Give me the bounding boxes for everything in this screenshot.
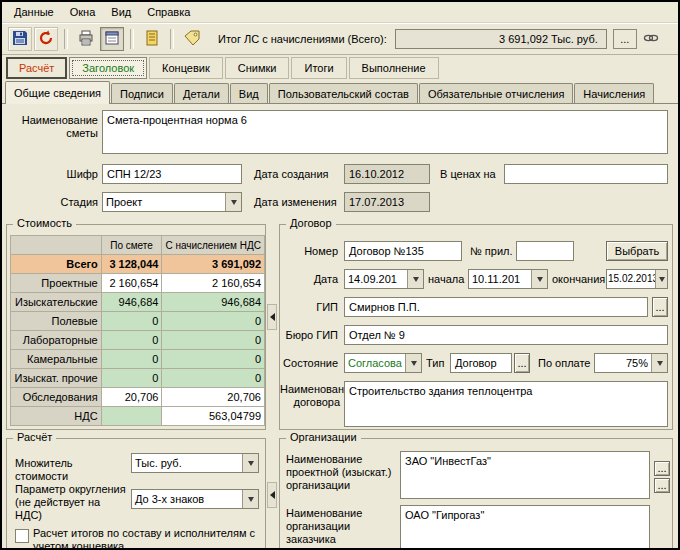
contract-name-input[interactable]: Строительство здания теплоцентра (344, 381, 668, 427)
cost-cell-with-vat[interactable]: 0 (162, 350, 265, 369)
sub-tab-view[interactable]: Вид (230, 83, 268, 103)
cost-col-with-vat: С начислением НДС (162, 236, 265, 255)
main-tab-bar: Расчёт Заголовок Концевик Снимки Итоги В… (2, 55, 678, 81)
customer-org-more-button[interactable]: ... (654, 478, 670, 493)
main-tab-raschet[interactable]: Расчёт (6, 57, 67, 79)
prices-on-input[interactable] (504, 164, 668, 184)
sub-tab-mandatory-deductions[interactable]: Обязательные отчисления (419, 83, 573, 103)
total-more-button[interactable]: ... (613, 29, 637, 49)
cost-cell-by-estimate[interactable]: 946,684 (101, 293, 162, 312)
print-button[interactable] (74, 27, 98, 51)
cost-row-label: Обследования (11, 388, 102, 407)
main-tab-vypolnenie[interactable]: Выполнение (349, 57, 439, 79)
sub-tab-details[interactable]: Детали (174, 83, 229, 103)
cost-row: Полевые00 (11, 312, 265, 331)
contract-number-input[interactable]: Договор №135 (344, 241, 462, 261)
type-more-button[interactable]: ... (514, 353, 530, 373)
estimate-name-input[interactable]: Смета-процентная норма 6 (102, 110, 668, 154)
cost-cell-by-estimate[interactable]: 0 (101, 369, 162, 388)
menu-help[interactable]: Справка (139, 4, 198, 20)
cost-cell-with-vat[interactable]: 946,684 (162, 293, 265, 312)
cost-cell-by-estimate[interactable]: 2 160,654 (101, 274, 162, 293)
multiplier-select[interactable]: Тыс. руб. (131, 453, 259, 473)
bureau-input[interactable]: Отдел № 9 (344, 325, 668, 345)
chevron-down-icon[interactable] (655, 270, 667, 288)
attachment-input[interactable] (516, 241, 574, 261)
stage-select[interactable]: Проект (102, 192, 242, 212)
recalculate-icon (38, 30, 54, 49)
cost-cell-by-estimate[interactable]: 0 (101, 350, 162, 369)
save-button[interactable] (8, 27, 32, 51)
contract-group: Договор Номер Договор №135 № прил. Выбра… (279, 224, 673, 430)
link-button[interactable] (639, 27, 663, 51)
menu-view[interactable]: Вид (103, 4, 139, 20)
cost-cell-by-estimate[interactable]: 3 128,044 (101, 255, 162, 274)
cost-row-label: Полевые (11, 312, 102, 331)
cost-cell-with-vat[interactable]: 20,706 (162, 388, 265, 407)
cost-cell-with-vat[interactable]: 2 160,654 (162, 274, 265, 293)
gip-input[interactable]: Смирнов П.П. (344, 297, 648, 317)
journal-button[interactable] (140, 27, 164, 51)
cost-cell-with-vat[interactable]: 0 (162, 331, 265, 350)
rounding-select[interactable]: До 3-х знаков (131, 489, 259, 509)
prices-on-label: В ценах на (440, 168, 496, 181)
cost-row: Всего3 128,0443 691,092 (11, 255, 265, 274)
customer-org-input[interactable]: ОАО "Гипрогаз" (400, 505, 650, 550)
sub-tab-signatures[interactable]: Подписи (111, 83, 173, 103)
cost-row: Изыскательские946,684946,684 (11, 293, 265, 312)
cost-row: Обследования20,70620,706 (11, 388, 265, 407)
chevron-down-icon[interactable] (407, 270, 423, 288)
calc-group: Расчёт Множитель стоимости Тыс. руб. Пар… (6, 438, 266, 550)
start-date-select[interactable]: 10.11.201 (468, 269, 548, 289)
cost-cell-with-vat[interactable]: 0 (162, 369, 265, 388)
end-date-select[interactable]: 15.02.2013 (606, 269, 668, 289)
chevron-down-icon[interactable] (225, 193, 241, 211)
cost-cell-with-vat[interactable]: 3 691,092 (162, 255, 265, 274)
splitter-collapse-button[interactable] (267, 304, 277, 330)
chevron-down-icon[interactable] (242, 490, 258, 508)
main-tab-koncevik[interactable]: Концевик (149, 57, 223, 79)
sub-tab-accruals[interactable]: Начисления (574, 83, 654, 103)
code-input[interactable]: СПН 12/23 (102, 164, 242, 184)
end-date-label: окончания (552, 273, 605, 286)
cost-cell-by-estimate[interactable] (101, 407, 162, 426)
contract-state-select[interactable]: Согласова (344, 353, 422, 373)
splitter-collapse-button[interactable] (267, 482, 277, 508)
contract-state-value: Согласова (345, 354, 405, 372)
main-tab-itogi[interactable]: Итоги (291, 57, 346, 79)
totals-checkbox[interactable] (15, 529, 29, 543)
contract-date-select[interactable]: 14.09.201 (344, 269, 424, 289)
created-field: 16.10.2012 (344, 164, 430, 184)
app-window: Данные Окна Вид Справка Итог ЛС с начисл… (0, 0, 680, 550)
cost-cell-with-vat[interactable]: 563,04799 (162, 407, 265, 426)
total-label: Итог ЛС с начислениями (Всего): (218, 33, 387, 45)
sub-tab-user-structure[interactable]: Пользовательский состав (269, 83, 418, 103)
type-input[interactable]: Договор (450, 353, 512, 373)
chevron-down-icon[interactable] (405, 354, 421, 372)
main-tab-snimki[interactable]: Снимки (225, 57, 290, 79)
chevron-down-icon[interactable] (242, 454, 258, 472)
payment-label: По оплате (538, 357, 590, 370)
tag-button[interactable] (180, 27, 204, 51)
gip-more-button[interactable]: ... (652, 297, 668, 317)
state-label: Состояние (282, 357, 338, 370)
recalculate-button[interactable] (34, 27, 58, 51)
chevron-down-icon[interactable] (651, 354, 667, 372)
cost-cell-by-estimate[interactable]: 0 (101, 331, 162, 350)
design-org-more-button[interactable]: ... (654, 461, 670, 476)
cost-cell-by-estimate[interactable]: 20,706 (101, 388, 162, 407)
rounding-value: До 3-х знаков (132, 490, 242, 508)
main-tab-zagolovok[interactable]: Заголовок (69, 57, 147, 79)
menu-data[interactable]: Данные (6, 4, 62, 20)
form-view-button[interactable] (100, 27, 124, 51)
menu-windows[interactable]: Окна (62, 4, 104, 20)
cost-cell-by-estimate[interactable]: 0 (101, 312, 162, 331)
select-contract-button[interactable]: Выбрать (606, 241, 668, 261)
chevron-down-icon[interactable] (531, 270, 547, 288)
sub-tab-general[interactable]: Общие сведения (5, 81, 110, 104)
modified-label: Дата изменения (254, 196, 337, 209)
save-icon (12, 30, 28, 49)
payment-select[interactable]: 75% (594, 353, 668, 373)
cost-cell-with-vat[interactable]: 0 (162, 312, 265, 331)
design-org-input[interactable]: ЗАО "ИнвестГаз" (400, 451, 650, 499)
